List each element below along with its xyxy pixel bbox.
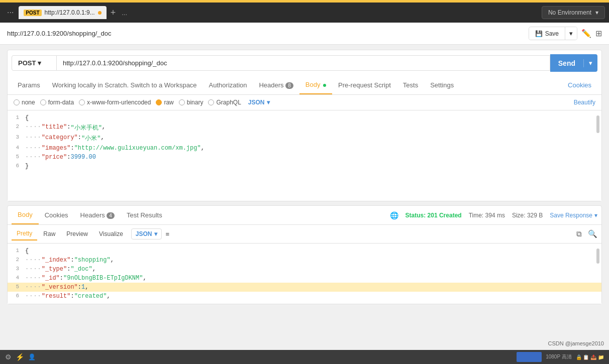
response-tab-cookies[interactable]: Cookies (39, 206, 74, 224)
method-select[interactable]: POST ▾ (12, 55, 57, 71)
resp-line-4: 4 ····"_id": "9nOLbngBIB-ETpIgDKNM", (8, 274, 601, 283)
response-status-bar: 🌐 Status: 201 Created Time: 394 ms Size:… (390, 211, 597, 219)
code-line-5: 5 ····"price":3999.00 (8, 153, 601, 162)
save-response-chevron-icon: ▾ (594, 212, 597, 219)
send-button[interactable]: Send (550, 59, 584, 67)
request-url-bar: http://127.0.0.1:9200/shopping/_doc 💾 Sa… (0, 23, 609, 45)
scrollbar-v[interactable] (596, 115, 599, 133)
edit-icon[interactable]: ✏️ (581, 29, 591, 38)
save-icon: 💾 (535, 30, 543, 37)
url-input[interactable] (57, 55, 550, 71)
body-options-row: none form-data x-www-form-urlencoded raw… (8, 95, 601, 110)
save-dropdown-button[interactable]: ▾ (565, 27, 577, 40)
option-urlencoded[interactable]: x-www-form-urlencoded (79, 99, 151, 106)
request-bar-actions: 💾 Save ▾ ✏️ ⊞ (529, 27, 602, 40)
tab-authorization-label[interactable]: Authorization (203, 76, 253, 94)
copy-response-icon[interactable]: ⧉ (576, 229, 582, 238)
cookies-link[interactable]: Cookies (562, 76, 597, 94)
request-tabs-row: Params Working locally in Scratch. Switc… (8, 76, 601, 95)
tab-authorization[interactable]: Working locally in Scratch. Switch to a … (46, 76, 203, 94)
copy-icon[interactable]: ⊞ (595, 29, 602, 38)
response-format-row: Pretty Raw Preview Visualize JSON ▾ ≡ ⧉ … (8, 225, 601, 244)
resp-line-1: 1 { (8, 247, 601, 256)
resp-line-6: 6 ····"result": "created", (8, 292, 601, 301)
search-response-icon[interactable]: 🔍 (588, 229, 597, 238)
tab-bar: ··· POST http://127.0.0.1:9... + ... No … (0, 3, 609, 23)
option-none[interactable]: none (14, 99, 35, 106)
json-label: JSON (248, 99, 265, 106)
response-action-icons: ⧉ 🔍 (576, 229, 597, 238)
tab-url: http://127.0.0.1:9... (45, 9, 95, 16)
response-tab-body[interactable]: Body (12, 206, 39, 224)
active-tab[interactable]: POST http://127.0.0.1:9... (19, 6, 106, 19)
save-response-label: Save Response (550, 212, 592, 219)
save-button[interactable]: 💾 Save (529, 28, 565, 40)
filter-icon[interactable]: ≡ (166, 230, 170, 238)
request-section: POST ▾ Send ▾ Params Working locally in … (7, 50, 602, 201)
tab-unsaved-dot (98, 11, 102, 15)
option-raw[interactable]: raw (156, 99, 173, 106)
format-tab-preview[interactable]: Preview (61, 228, 93, 240)
beautify-button[interactable]: Beautify (574, 99, 595, 106)
request-body-editor[interactable]: 1 { 2 ····"title":"小米手机", 3 ····"categor… (8, 110, 601, 201)
format-tab-pretty[interactable]: Pretty (12, 227, 37, 240)
save-label: Save (545, 30, 559, 37)
method-value: POST (18, 59, 36, 67)
code-line-1: 1 { (8, 113, 601, 123)
radio-formdata[interactable] (40, 99, 46, 105)
new-tab-button[interactable]: + (109, 8, 118, 18)
response-format-chevron-icon: ▾ (154, 230, 157, 237)
resp-line-5: 5 ····"_version": 1, (8, 283, 601, 292)
response-time: Time: 394 ms (469, 212, 505, 219)
tab-prerequest[interactable]: Pre-request Script (332, 76, 397, 94)
tab-tests[interactable]: Tests (397, 76, 424, 94)
method-badge: POST (24, 10, 41, 16)
response-tab-headers[interactable]: Headers 4 (74, 206, 121, 224)
resp-line-2: 2 ····"_index": "shopping", (8, 256, 601, 265)
save-button-group[interactable]: 💾 Save ▾ (529, 27, 577, 40)
resp-line-3: 3 ····"_type": "_doc", (8, 265, 601, 274)
radio-urlencoded[interactable] (79, 99, 85, 105)
main-content: POST ▾ Send ▾ Params Working locally in … (0, 45, 609, 309)
response-format-label: JSON (136, 230, 152, 237)
env-label: No Environment (548, 9, 591, 16)
radio-binary[interactable] (179, 99, 185, 105)
json-chevron-icon: ▾ (267, 99, 270, 106)
response-format-selector[interactable]: JSON ▾ (131, 228, 162, 239)
send-dropdown-button[interactable]: ▾ (584, 59, 597, 67)
radio-none[interactable] (14, 99, 20, 105)
option-formdata[interactable]: form-data (40, 99, 74, 106)
more-tabs-button[interactable]: ... (120, 9, 129, 17)
env-chevron-icon: ▾ (595, 9, 598, 16)
method-chevron-icon: ▾ (38, 59, 41, 67)
response-body-editor: 1 { 2 ····"_index": "shopping", 3 ····"_… (8, 244, 601, 304)
tab-settings[interactable]: Settings (424, 76, 460, 94)
format-tab-visualize[interactable]: Visualize (94, 228, 128, 240)
response-section: Body Cookies Headers 4 Test Results 🌐 St… (7, 205, 602, 304)
send-button-group[interactable]: Send ▾ (550, 54, 597, 72)
environment-selector[interactable]: No Environment ▾ (542, 6, 605, 19)
code-line-2: 2 ····"title":"小米手机", (8, 123, 601, 133)
response-tab-testresults[interactable]: Test Results (121, 206, 168, 224)
radio-raw[interactable] (156, 99, 162, 105)
response-status: Status: 201 Created (405, 212, 462, 219)
request-url-display: http://127.0.0.1:9200/shopping/_doc (7, 30, 529, 37)
option-graphql[interactable]: GraphQL (208, 99, 241, 106)
sidebar-dots[interactable]: ··· (4, 8, 17, 17)
option-binary[interactable]: binary (179, 99, 204, 106)
tab-params[interactable]: Params (12, 76, 46, 94)
tab-headers[interactable]: Headers 8 (253, 76, 299, 94)
response-size: Size: 329 B (512, 212, 543, 219)
format-tab-raw[interactable]: Raw (38, 228, 60, 240)
radio-graphql[interactable] (208, 99, 214, 105)
code-line-4: 4 ····"images":"http://www.gulixueyuan.c… (8, 144, 601, 153)
globe-icon: 🌐 (390, 211, 398, 219)
tab-body[interactable]: Body (299, 76, 332, 94)
save-response-button[interactable]: Save Response ▾ (550, 212, 597, 219)
code-line-6: 6 } (8, 162, 601, 171)
response-tabs-row: Body Cookies Headers 4 Test Results 🌐 St… (8, 206, 601, 225)
method-url-row: POST ▾ Send ▾ (8, 50, 601, 76)
json-selector[interactable]: JSON ▾ (248, 99, 270, 106)
code-line-3: 3 ····"category":"小米", (8, 133, 601, 144)
response-scrollbar-v[interactable] (596, 249, 599, 264)
